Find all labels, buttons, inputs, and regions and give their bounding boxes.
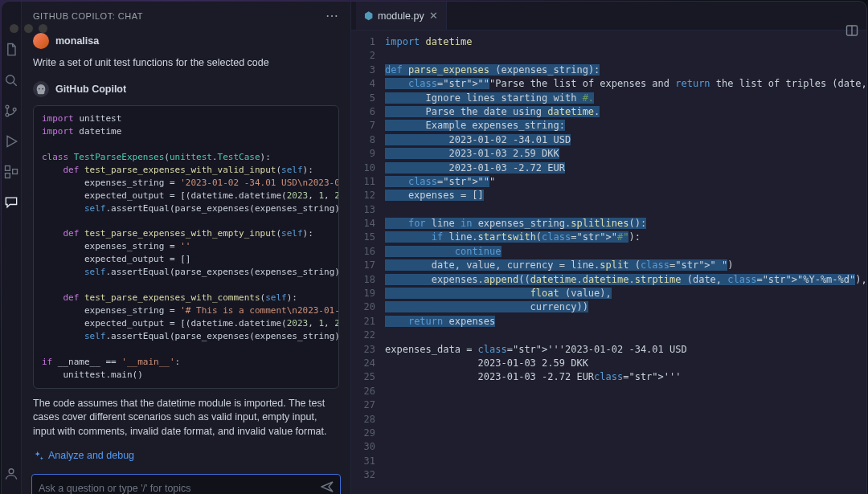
search-icon[interactable]: [2, 71, 21, 90]
chat-input[interactable]: [31, 474, 341, 494]
run-debug-icon[interactable]: [2, 132, 21, 151]
svg-marker-7: [7, 136, 17, 146]
close-tab-icon[interactable]: ✕: [429, 10, 438, 22]
sparkle-icon: [33, 451, 43, 461]
source-control-icon[interactable]: [2, 101, 21, 120]
code-content[interactable]: import datetimedef parse_expenses (expen…: [385, 35, 866, 494]
svg-rect-9: [6, 174, 10, 178]
extensions-icon[interactable]: [2, 162, 21, 182]
user-message: Write a set of unit test functions for t…: [33, 57, 339, 68]
chat-icon[interactable]: [2, 193, 21, 212]
line-gutter: 1234567891011121314151617181920212223242…: [351, 35, 385, 494]
editor-group: ⬢ module.py ✕ ⋯ 123456789101112131415161…: [351, 2, 866, 494]
copilot-avatar-icon: [33, 81, 49, 97]
svg-line-3: [14, 83, 17, 86]
python-file-icon: ⬢: [364, 10, 373, 22]
chat-code-block[interactable]: import unittest import datetime class Te…: [33, 105, 339, 389]
chat-explanation: The code assumes that the datetime modul…: [33, 397, 339, 439]
tab-label: module.py: [378, 10, 424, 22]
layout-toggle-icon[interactable]: [845, 24, 858, 40]
activity-bar: [2, 2, 22, 494]
tab-bar: ⬢ module.py ✕ ⋯: [351, 2, 866, 31]
send-icon[interactable]: [321, 480, 334, 494]
code-editor[interactable]: 1234567891011121314151617181920212223242…: [351, 31, 866, 494]
bot-name: GitHub Copilot: [55, 84, 126, 95]
user-name: monalisa: [55, 35, 99, 47]
window-controls[interactable]: [10, 24, 47, 33]
svg-point-11: [9, 469, 14, 474]
svg-rect-10: [13, 169, 18, 174]
svg-point-5: [6, 113, 9, 116]
svg-point-2: [6, 76, 14, 84]
account-icon[interactable]: [2, 464, 21, 484]
tab-module-py[interactable]: ⬢ module.py ✕: [356, 2, 447, 30]
chat-panel-title: GITHUB COPILOT: CHAT: [33, 11, 143, 21]
svg-rect-8: [6, 166, 10, 171]
analyze-and-debug-link[interactable]: Analyze and debug: [33, 447, 339, 463]
chat-more-icon[interactable]: ⋯: [326, 8, 339, 23]
files-icon[interactable]: [2, 40, 21, 59]
copilot-chat-panel: GITHUB COPILOT: CHAT ⋯ monalisa Write a …: [22, 2, 351, 494]
svg-point-4: [6, 105, 9, 108]
user-avatar: [33, 33, 49, 49]
svg-point-6: [13, 108, 16, 112]
chat-input-field[interactable]: [39, 483, 321, 494]
